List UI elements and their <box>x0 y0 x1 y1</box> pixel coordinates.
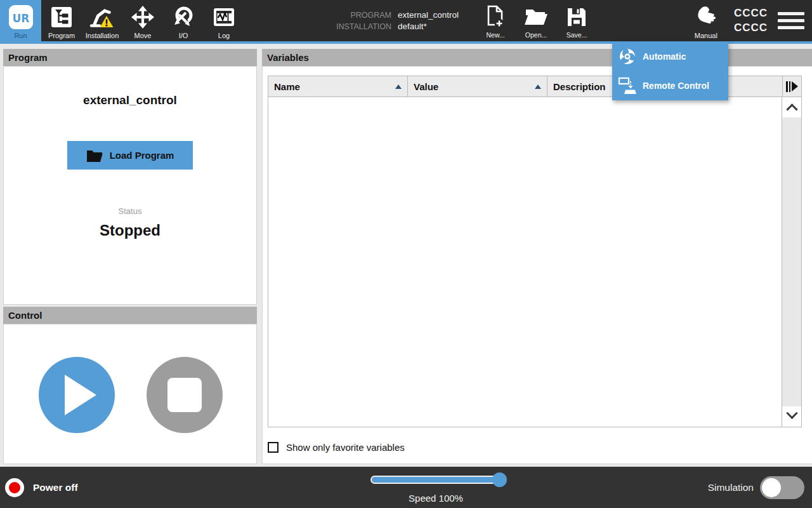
status-value: Stopped <box>4 222 256 239</box>
chevron-down-icon <box>786 407 797 418</box>
program-section-title: Program <box>8 52 48 63</box>
installation-label: INSTALLATION <box>284 22 391 31</box>
remote-control-icon <box>618 76 637 95</box>
column-name-label: Name <box>274 81 300 92</box>
new-program-button[interactable]: New... <box>475 0 516 41</box>
hamburger-bar <box>778 12 804 15</box>
open-button-label: Open... <box>525 31 547 39</box>
automatic-icon <box>618 47 637 66</box>
power-status-label: Power off <box>33 482 78 493</box>
variables-panel: Name Value Description <box>262 66 812 464</box>
tab-move[interactable]: Move <box>122 0 163 41</box>
polyscope-app: UR Run Program Installation Move <box>0 0 812 508</box>
variables-table: Name Value Description <box>268 76 802 427</box>
column-header-name[interactable]: Name <box>268 76 408 97</box>
load-program-button[interactable]: Load Program <box>67 141 193 170</box>
tab-installation-label: Installation <box>86 32 119 39</box>
tab-run-label: Run <box>14 32 27 39</box>
column-value-label: Value <box>414 81 438 92</box>
program-section-header: Program <box>3 49 257 66</box>
program-name-value: external_control <box>398 10 459 20</box>
hamburger-bar <box>778 19 804 22</box>
scrollbar-track[interactable] <box>782 117 801 406</box>
folder-icon <box>86 149 103 163</box>
scroll-up-button[interactable] <box>782 97 801 117</box>
sort-ascending-icon <box>535 84 541 89</box>
loaded-program-name: external_control <box>4 93 256 107</box>
clock-display: CCCC CCCC <box>734 0 768 41</box>
hamburger-menu-button[interactable] <box>778 0 804 41</box>
toggle-knob <box>762 478 781 497</box>
new-document-icon <box>484 3 507 31</box>
new-button-label: New... <box>486 31 504 39</box>
play-button[interactable] <box>39 357 115 433</box>
expand-columns-button[interactable] <box>783 76 801 97</box>
tab-io-label: I/O <box>179 32 188 39</box>
file-actions: New... Open... Save... <box>475 0 597 41</box>
save-button-label: Save... <box>566 31 587 39</box>
control-section-title: Control <box>8 310 42 321</box>
simulation-toggle[interactable] <box>760 476 804 499</box>
operation-mode-dropdown: Automatic Remote Control <box>612 42 728 100</box>
load-program-label: Load Program <box>110 150 174 161</box>
top-bar: UR Run Program Installation Move <box>0 0 812 41</box>
scroll-down-button[interactable] <box>782 406 801 427</box>
tab-log[interactable]: Log <box>204 0 244 41</box>
speed-slider[interactable] <box>370 476 501 484</box>
menu-item-remote-control[interactable]: Remote Control <box>612 71 728 100</box>
favorites-filter: Show only favorite variables <box>268 442 405 453</box>
variables-section-header: Variables <box>262 49 812 66</box>
program-label: PROGRAM <box>284 11 391 20</box>
menu-item-automatic[interactable]: Automatic <box>612 42 728 71</box>
tab-installation[interactable]: Installation <box>82 0 122 41</box>
robot-arm-warning-icon <box>89 3 115 32</box>
power-status-button[interactable]: Power off <box>5 467 78 508</box>
vertical-scrollbar <box>782 97 801 427</box>
speed-slider-handle[interactable] <box>492 472 507 487</box>
simulation-label: Simulation <box>708 482 754 493</box>
tab-program[interactable]: Program <box>41 0 82 41</box>
io-arrows-circle-icon <box>171 3 195 32</box>
control-section-header: Control <box>3 307 257 324</box>
clock-line-1: CCCC <box>734 6 768 21</box>
simulation-control: Simulation <box>708 467 804 508</box>
save-floppy-icon <box>565 3 588 31</box>
svg-text:UR: UR <box>12 12 29 25</box>
favorites-checkbox-label: Show only favorite variables <box>286 442 405 453</box>
program-tree-icon <box>49 3 74 32</box>
favorites-checkbox[interactable] <box>268 442 278 453</box>
chevron-up-icon <box>786 104 797 115</box>
tab-program-label: Program <box>48 32 75 39</box>
mode-label: Manual <box>695 32 717 39</box>
column-header-value[interactable]: Value <box>408 76 547 97</box>
tab-run[interactable]: UR Run <box>0 0 41 41</box>
manual-hand-icon <box>691 3 721 32</box>
variables-empty-area <box>268 97 782 427</box>
power-off-icon <box>5 478 24 497</box>
automatic-label: Automatic <box>643 51 686 62</box>
speed-percentage-label: Speed 100% <box>370 493 501 504</box>
ur-logo-icon: UR <box>8 3 34 32</box>
column-description-label: Description <box>553 81 606 92</box>
play-icon <box>65 375 98 415</box>
open-folder-icon <box>524 3 548 31</box>
tab-log-label: Log <box>218 32 230 39</box>
expand-panel-icon <box>786 81 798 92</box>
save-program-button[interactable]: Save... <box>556 0 597 41</box>
tab-move-label: Move <box>134 32 152 39</box>
log-waveform-icon <box>212 3 236 32</box>
remote-control-label: Remote Control <box>643 81 709 91</box>
status-label: Status <box>4 206 256 216</box>
stop-icon <box>167 378 202 412</box>
tab-io[interactable]: I/O <box>163 0 204 41</box>
control-panel <box>3 324 257 464</box>
stop-button[interactable] <box>147 357 223 433</box>
installation-name-value: default* <box>398 22 427 31</box>
hamburger-bar <box>778 26 804 29</box>
variables-table-body <box>268 97 801 427</box>
operation-mode-button[interactable]: Manual <box>686 0 726 41</box>
open-program-button[interactable]: Open... <box>516 0 556 41</box>
variables-section-title: Variables <box>267 52 309 63</box>
loaded-program-info: PROGRAM external_control INSTALLATION de… <box>284 0 459 41</box>
sort-ascending-icon <box>395 84 402 89</box>
